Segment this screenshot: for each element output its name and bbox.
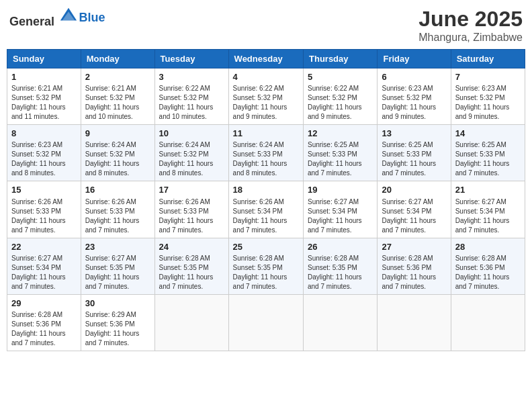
day-number: 27	[382, 241, 446, 253]
day-info: Sunrise: 6:28 AMSunset: 5:36 PMDaylight:…	[455, 254, 521, 291]
day-info: Sunrise: 6:24 AMSunset: 5:33 PMDaylight:…	[233, 140, 299, 178]
calendar-cell: 26Sunrise: 6:28 AMSunset: 5:35 PMDayligh…	[304, 238, 378, 294]
location-subtitle: Mhangura, Zimbabwe	[418, 32, 523, 44]
day-number: 20	[382, 184, 446, 196]
calendar-header-row: SundayMondayTuesdayWednesdayThursdayFrid…	[7, 50, 525, 68]
day-number: 29	[11, 298, 77, 310]
calendar-cell: 18Sunrise: 6:26 AMSunset: 5:34 PMDayligh…	[228, 181, 303, 238]
day-number: 25	[233, 241, 299, 253]
logo-blue-text: Blue	[79, 11, 105, 25]
day-info: Sunrise: 6:28 AMSunset: 5:35 PMDaylight:…	[308, 254, 373, 291]
calendar-cell: 19Sunrise: 6:27 AMSunset: 5:34 PMDayligh…	[304, 181, 378, 238]
day-info: Sunrise: 6:25 AMSunset: 5:33 PMDaylight:…	[382, 140, 446, 178]
day-number: 9	[85, 128, 150, 140]
day-number: 6	[382, 71, 446, 83]
day-number: 4	[233, 71, 299, 83]
day-info: Sunrise: 6:28 AMSunset: 5:36 PMDaylight:…	[382, 254, 446, 291]
logo: General Blue	[9, 7, 105, 29]
calendar-cell	[304, 294, 378, 351]
day-number: 28	[455, 241, 521, 253]
calendar-cell: 24Sunrise: 6:28 AMSunset: 5:35 PMDayligh…	[154, 238, 228, 294]
day-number: 13	[382, 128, 446, 140]
logo-general-text: General	[9, 15, 54, 28]
day-info: Sunrise: 6:26 AMSunset: 5:33 PMDaylight:…	[85, 197, 150, 235]
day-info: Sunrise: 6:23 AMSunset: 5:32 PMDaylight:…	[382, 84, 446, 122]
day-info: Sunrise: 6:22 AMSunset: 5:32 PMDaylight:…	[159, 84, 224, 122]
calendar-cell: 14Sunrise: 6:25 AMSunset: 5:33 PMDayligh…	[451, 125, 525, 181]
calendar-cell: 17Sunrise: 6:26 AMSunset: 5:33 PMDayligh…	[154, 181, 228, 238]
calendar-cell: 16Sunrise: 6:26 AMSunset: 5:33 PMDayligh…	[81, 181, 154, 238]
calendar-cell: 2Sunrise: 6:21 AMSunset: 5:32 PMDaylight…	[81, 68, 154, 125]
day-number: 5	[308, 71, 373, 83]
day-number: 23	[85, 241, 150, 253]
calendar-cell: 21Sunrise: 6:27 AMSunset: 5:34 PMDayligh…	[451, 181, 525, 238]
calendar-cell: 29Sunrise: 6:28 AMSunset: 5:36 PMDayligh…	[7, 294, 81, 351]
calendar-cell: 9Sunrise: 6:24 AMSunset: 5:32 PMDaylight…	[81, 125, 154, 181]
calendar-cell	[228, 294, 303, 351]
day-info: Sunrise: 6:21 AMSunset: 5:32 PMDaylight:…	[11, 84, 77, 122]
calendar-week-row: 22Sunrise: 6:27 AMSunset: 5:34 PMDayligh…	[7, 238, 525, 294]
calendar-cell: 4Sunrise: 6:22 AMSunset: 5:32 PMDaylight…	[228, 68, 303, 125]
day-number: 12	[308, 128, 373, 140]
day-info: Sunrise: 6:28 AMSunset: 5:36 PMDaylight:…	[11, 310, 77, 348]
day-info: Sunrise: 6:23 AMSunset: 5:32 PMDaylight:…	[455, 84, 521, 122]
day-info: Sunrise: 6:27 AMSunset: 5:34 PMDaylight:…	[382, 197, 446, 235]
calendar-cell	[451, 294, 525, 351]
day-info: Sunrise: 6:27 AMSunset: 5:34 PMDaylight:…	[455, 197, 521, 235]
calendar-cell: 7Sunrise: 6:23 AMSunset: 5:32 PMDaylight…	[451, 68, 525, 125]
day-info: Sunrise: 6:27 AMSunset: 5:34 PMDaylight:…	[11, 254, 77, 291]
calendar-cell: 20Sunrise: 6:27 AMSunset: 5:34 PMDayligh…	[378, 181, 451, 238]
day-number: 22	[11, 241, 77, 253]
calendar-cell: 6Sunrise: 6:23 AMSunset: 5:32 PMDaylight…	[378, 68, 451, 125]
calendar-cell: 28Sunrise: 6:28 AMSunset: 5:36 PMDayligh…	[451, 238, 525, 294]
day-number: 10	[159, 128, 224, 140]
day-info: Sunrise: 6:24 AMSunset: 5:32 PMDaylight:…	[85, 140, 150, 178]
day-info: Sunrise: 6:26 AMSunset: 5:33 PMDaylight:…	[159, 197, 224, 235]
calendar-week-row: 15Sunrise: 6:26 AMSunset: 5:33 PMDayligh…	[7, 181, 525, 238]
day-info: Sunrise: 6:26 AMSunset: 5:34 PMDaylight:…	[233, 197, 299, 235]
column-header-monday: Monday	[81, 50, 154, 68]
page-header: General Blue June 2025 Mhangura, Zimbabw…	[7, 7, 525, 44]
day-info: Sunrise: 6:28 AMSunset: 5:35 PMDaylight:…	[159, 254, 224, 291]
day-info: Sunrise: 6:25 AMSunset: 5:33 PMDaylight:…	[308, 140, 373, 178]
column-header-friday: Friday	[378, 50, 451, 68]
day-number: 24	[159, 241, 224, 253]
calendar-cell	[378, 294, 451, 351]
day-number: 18	[233, 184, 299, 196]
day-info: Sunrise: 6:22 AMSunset: 5:32 PMDaylight:…	[233, 84, 299, 122]
calendar-cell: 13Sunrise: 6:25 AMSunset: 5:33 PMDayligh…	[378, 125, 451, 181]
calendar-cell: 30Sunrise: 6:29 AMSunset: 5:36 PMDayligh…	[81, 294, 154, 351]
day-number: 8	[11, 128, 77, 140]
column-header-sunday: Sunday	[7, 50, 81, 68]
logo-icon	[59, 7, 78, 26]
day-number: 30	[85, 298, 150, 310]
day-number: 21	[455, 184, 521, 196]
calendar-cell: 12Sunrise: 6:25 AMSunset: 5:33 PMDayligh…	[304, 125, 378, 181]
day-number: 11	[233, 128, 299, 140]
day-number: 7	[455, 71, 521, 83]
day-info: Sunrise: 6:27 AMSunset: 5:34 PMDaylight:…	[308, 197, 373, 235]
day-info: Sunrise: 6:26 AMSunset: 5:33 PMDaylight:…	[11, 197, 77, 235]
day-number: 16	[85, 184, 150, 196]
day-number: 14	[455, 128, 521, 140]
day-number: 15	[11, 184, 77, 196]
month-year-title: June 2025	[418, 7, 523, 32]
calendar-week-row: 1Sunrise: 6:21 AMSunset: 5:32 PMDaylight…	[7, 68, 525, 125]
calendar-table: SundayMondayTuesdayWednesdayThursdayFrid…	[7, 49, 525, 351]
column-header-saturday: Saturday	[451, 50, 525, 68]
calendar-cell: 3Sunrise: 6:22 AMSunset: 5:32 PMDaylight…	[154, 68, 228, 125]
day-info: Sunrise: 6:28 AMSunset: 5:35 PMDaylight:…	[233, 254, 299, 291]
day-number: 17	[159, 184, 224, 196]
column-header-tuesday: Tuesday	[154, 50, 228, 68]
title-block: June 2025 Mhangura, Zimbabwe	[418, 7, 523, 44]
day-number: 26	[308, 241, 373, 253]
day-info: Sunrise: 6:29 AMSunset: 5:36 PMDaylight:…	[85, 310, 150, 348]
column-header-thursday: Thursday	[304, 50, 378, 68]
day-info: Sunrise: 6:24 AMSunset: 5:32 PMDaylight:…	[159, 140, 224, 178]
day-info: Sunrise: 6:27 AMSunset: 5:35 PMDaylight:…	[85, 254, 150, 291]
calendar-cell: 25Sunrise: 6:28 AMSunset: 5:35 PMDayligh…	[228, 238, 303, 294]
calendar-cell: 22Sunrise: 6:27 AMSunset: 5:34 PMDayligh…	[7, 238, 81, 294]
calendar-cell: 27Sunrise: 6:28 AMSunset: 5:36 PMDayligh…	[378, 238, 451, 294]
calendar-cell: 10Sunrise: 6:24 AMSunset: 5:32 PMDayligh…	[154, 125, 228, 181]
day-info: Sunrise: 6:23 AMSunset: 5:32 PMDaylight:…	[11, 140, 77, 178]
